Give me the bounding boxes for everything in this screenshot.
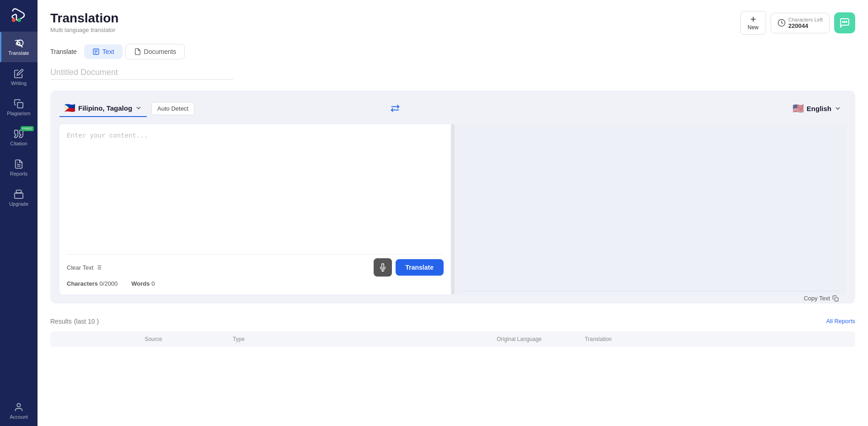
swap-icon (390, 103, 400, 113)
clock-plus-icon (777, 19, 786, 27)
svg-point-0 (12, 18, 16, 22)
input-bottom-bar: Clear Text Translate (67, 254, 444, 277)
svg-point-13 (846, 21, 847, 22)
translation-panel: 🇵🇭 Filipino, Tagalog Auto Detect 🇺🇸 Engl… (50, 91, 855, 304)
new-button[interactable]: New (740, 11, 766, 35)
results-subtitle: (last 10 ) (74, 318, 99, 325)
sidebar-item-label: Reports (10, 171, 28, 176)
header-actions: New Characters Left 220044 (740, 11, 855, 35)
text-areas-row: Clear Text Translate Characters 0/2000 (59, 124, 846, 294)
target-flag: 🇺🇸 (793, 103, 804, 114)
target-lang-chevron (834, 105, 841, 112)
auto-detect-label: Auto Detect (157, 105, 188, 112)
svg-point-12 (842, 21, 843, 22)
tab-documents[interactable]: Documents (125, 44, 185, 59)
new-button-label: New (748, 24, 759, 31)
sidebar-item-translate[interactable]: Translate (0, 32, 38, 62)
main-content: Translation Multi language translator Ne… (38, 0, 868, 426)
plus-icon (749, 15, 757, 23)
tab-text[interactable]: Text (84, 44, 123, 59)
svg-rect-2 (17, 102, 23, 108)
clear-text-icon (96, 264, 102, 271)
col-source: Source (145, 336, 232, 342)
sidebar-item-reports[interactable]: Reports (0, 153, 38, 183)
results-table-header: Source Type Original Language Translatio… (50, 331, 855, 347)
sidebar-item-citation[interactable]: FREE Citation (0, 122, 38, 153)
translate-button[interactable]: Translate (396, 259, 444, 276)
mic-button[interactable] (374, 258, 392, 277)
clear-text-button[interactable]: Clear Text (67, 264, 102, 271)
page-title: Translation (50, 11, 118, 26)
words-label: Words (131, 280, 150, 287)
chars-left-count: 220044 (788, 22, 823, 29)
support-icon (839, 17, 850, 28)
app-logo (0, 0, 38, 32)
sidebar-item-label: Translate (8, 50, 29, 56)
tabs-row: Translate Text Documents (50, 44, 855, 59)
results-header: Results (last 10 ) All Reports (50, 316, 855, 326)
results-section: Results (last 10 ) All Reports Source Ty… (50, 316, 855, 347)
col-1 (57, 336, 145, 342)
sidebar-item-writing[interactable]: Writing (0, 62, 38, 92)
sidebar-item-label: Account (10, 414, 28, 420)
copy-text-button[interactable]: Copy Text (804, 295, 839, 302)
all-reports-link[interactable]: All Reports (826, 318, 855, 325)
col-orig-lang: Original Language (497, 336, 584, 342)
lang-selector-row: 🇵🇭 Filipino, Tagalog Auto Detect 🇺🇸 Engl… (59, 100, 846, 117)
sidebar-item-account[interactable]: Account (0, 396, 38, 426)
text-tab-label: Text (102, 48, 114, 55)
translate-icon (14, 38, 24, 48)
logo-icon (9, 6, 28, 26)
copy-text-label: Copy Text (804, 295, 830, 302)
auto-detect-button[interactable]: Auto Detect (151, 102, 194, 115)
sidebar-item-label: Writing (11, 80, 27, 86)
panel-divider (451, 124, 455, 294)
plagiarism-icon (14, 99, 24, 109)
svg-point-1 (17, 18, 21, 22)
col-translation: Translation (585, 336, 673, 342)
sidebar: Translate Writing Plagiarism FREE Citati… (0, 0, 38, 426)
svg-rect-5 (15, 193, 23, 198)
sidebar-item-label: Upgrade (9, 201, 28, 207)
output-area: Copy Text (455, 124, 846, 294)
svg-point-6 (17, 404, 20, 407)
tabs-label: Translate (50, 48, 77, 55)
col-7 (673, 336, 761, 342)
page-title-area: Translation Multi language translator (50, 11, 118, 33)
translate-btn-label: Translate (406, 264, 434, 271)
page-header: Translation Multi language translator Ne… (50, 11, 855, 35)
account-icon (14, 402, 24, 412)
source-text-input[interactable] (67, 132, 444, 250)
sidebar-item-plagiarism[interactable]: Plagiarism (0, 92, 38, 122)
sidebar-nav: Translate Writing Plagiarism FREE Citati… (0, 32, 38, 426)
svg-point-11 (844, 21, 845, 22)
chars-label: Characters (67, 280, 98, 287)
sidebar-item-label: Citation (10, 141, 27, 146)
reports-icon (14, 159, 24, 169)
source-lang-label: Filipino, Tagalog (78, 104, 132, 112)
source-lang-chevron (135, 104, 142, 112)
document-title-input[interactable] (50, 68, 233, 80)
svg-rect-26 (835, 298, 838, 301)
input-area: Clear Text Translate Characters 0/2000 (59, 124, 451, 294)
source-flag: 🇵🇭 (64, 102, 75, 113)
chars-value: 0/2000 (100, 280, 118, 287)
support-button[interactable] (834, 12, 855, 33)
copy-icon (832, 295, 839, 302)
chars-words-row: Characters 0/2000 Words 0 (67, 280, 444, 287)
sidebar-item-upgrade[interactable]: Upgrade (0, 183, 38, 213)
clear-text-label: Clear Text (67, 264, 93, 271)
chars-left-label: Characters Left (788, 17, 823, 22)
swap-languages-button[interactable] (386, 100, 404, 117)
col-8 (761, 336, 849, 342)
sidebar-item-label: Plagiarism (7, 111, 30, 116)
col-type: Type (233, 336, 321, 342)
target-lang-selector[interactable]: 🇺🇸 English (788, 100, 846, 117)
chars-left-box: Characters Left 220044 (771, 13, 830, 33)
writing-icon (14, 69, 24, 79)
col-4 (409, 336, 497, 342)
free-badge: FREE (21, 126, 34, 131)
source-lang-selector[interactable]: 🇵🇭 Filipino, Tagalog (59, 100, 147, 117)
text-tab-icon (92, 48, 100, 55)
upgrade-icon (14, 189, 24, 199)
